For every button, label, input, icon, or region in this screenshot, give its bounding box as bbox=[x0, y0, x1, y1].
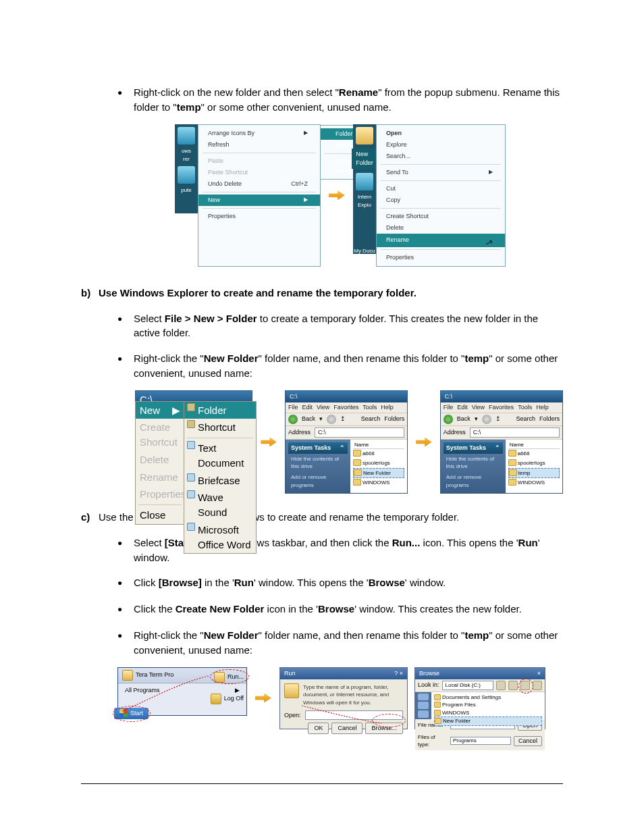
file-list[interactable]: Name a668 spoolerlogs temp WINDOWS bbox=[506, 440, 562, 493]
task-link[interactable]: Add or remove programs bbox=[444, 472, 503, 490]
place-icon[interactable] bbox=[418, 694, 429, 701]
task-link[interactable]: Add or remove programs bbox=[288, 472, 348, 490]
cancel-button[interactable]: Cancel bbox=[331, 723, 363, 734]
file-item[interactable]: a668 bbox=[353, 449, 404, 459]
collapse-icon[interactable]: ⌃ bbox=[340, 444, 345, 452]
tasks-panel[interactable]: System Tasks⌃ Hide the contents of this … bbox=[441, 440, 506, 493]
menu-item-arrange-icons[interactable]: Arrange Icons By▶ bbox=[198, 128, 320, 139]
file-item[interactable]: a668 bbox=[508, 449, 560, 459]
place-icon[interactable] bbox=[418, 710, 429, 718]
cancel-button[interactable]: Cancel bbox=[514, 736, 542, 746]
browse-dialog[interactable]: Browse× Look in: Local Disk (C:) Docu bbox=[414, 667, 545, 729]
start-menu-excerpt[interactable]: Tera Term Pro All Programs▶ Run... Log O… bbox=[117, 667, 247, 716]
browse-button[interactable]: Browse... bbox=[365, 723, 403, 734]
address-input[interactable]: C:\ bbox=[470, 427, 560, 438]
column-header[interactable]: Name bbox=[353, 441, 404, 450]
folders-button[interactable]: Folders bbox=[384, 415, 404, 423]
submenu-item-briefcase[interactable]: Briefcase bbox=[184, 472, 256, 490]
submenu-item-wave[interactable]: Wave Sound bbox=[184, 489, 256, 521]
explorer-file-menu[interactable]: C:\ File Edit View Favorites Tools Help … bbox=[135, 390, 252, 494]
file-item[interactable]: Program Files bbox=[434, 701, 542, 709]
submenu-item-word[interactable]: Microsoft Office Word bbox=[184, 521, 256, 554]
menu-item-cut[interactable]: Cut bbox=[377, 183, 505, 194]
desktop-context-menu[interactable]: Arrange Icons By▶ Refresh Paste Paste Sh… bbox=[198, 124, 321, 267]
file-item[interactable]: WINDOWS bbox=[353, 478, 404, 488]
tasks-panel[interactable]: System Tasks⌃ Hide the contents of this … bbox=[286, 440, 350, 493]
explorer-window-renamed[interactable]: C:\ FileEditView FavoritesToolsHelp Back… bbox=[440, 390, 563, 494]
toolbar[interactable]: Back▾ ↥ Search Folders bbox=[286, 413, 407, 426]
file-list[interactable]: Name a668 spoolerlogs New Folder WINDOWS bbox=[350, 440, 407, 493]
file-type-combobox[interactable]: Programs bbox=[450, 737, 511, 745]
menu-item-close[interactable]: Close bbox=[136, 506, 184, 524]
arrow-right-icon bbox=[261, 437, 277, 446]
menubar[interactable]: FileEditView FavoritesToolsHelp bbox=[286, 402, 407, 413]
back-icon[interactable] bbox=[496, 681, 506, 690]
toolbar[interactable]: Back▾ ↥ Search Folders bbox=[441, 413, 562, 426]
search-button[interactable]: Search bbox=[361, 415, 381, 423]
views-icon[interactable] bbox=[533, 681, 542, 690]
task-link[interactable]: Hide the contents of this drive bbox=[444, 454, 503, 472]
submenu-item-shortcut[interactable]: Shortcut bbox=[184, 419, 256, 436]
look-in-combobox[interactable]: Local Disk (C:) bbox=[442, 681, 493, 690]
place-icon[interactable] bbox=[418, 702, 429, 709]
address-bar[interactable]: Address C:\ bbox=[286, 426, 407, 440]
ok-button[interactable]: OK bbox=[308, 723, 329, 734]
run-item[interactable]: Run... bbox=[214, 672, 244, 683]
file-item-selected[interactable]: temp bbox=[508, 468, 560, 479]
new-submenu[interactable]: Folder Shortcut Text Document Briefcase … bbox=[184, 401, 257, 554]
address-bar[interactable]: Address C:\ bbox=[441, 426, 562, 440]
menu-item-properties[interactable]: Properties bbox=[198, 211, 320, 222]
new-folder-icon[interactable] bbox=[520, 681, 530, 690]
task-link[interactable]: Hide the contents of this drive bbox=[288, 454, 348, 472]
logoff-item[interactable]: Log Off bbox=[211, 694, 244, 704]
up-button[interactable]: ↥ bbox=[340, 415, 346, 423]
menu-item-search[interactable]: Search... bbox=[377, 151, 505, 162]
folder-context-menu[interactable]: Open Explore Search... Send To▶ Cut Copy… bbox=[376, 124, 506, 267]
file-item[interactable]: Documents and Settings bbox=[434, 694, 542, 702]
menu-item-undo-delete[interactable]: Undo DeleteCtrl+Z bbox=[198, 178, 320, 190]
forward-button[interactable] bbox=[482, 415, 491, 424]
file-item[interactable]: spoolerlogs bbox=[353, 459, 404, 468]
menu-item-explore[interactable]: Explore bbox=[377, 139, 505, 151]
submenu-item-text[interactable]: Text Document bbox=[184, 440, 256, 472]
column-header[interactable]: Name bbox=[508, 441, 560, 450]
file-item[interactable]: spoolerlogs bbox=[508, 459, 560, 468]
menu-item-open[interactable]: Open bbox=[377, 128, 505, 139]
address-input[interactable]: C:\ bbox=[315, 427, 404, 438]
search-button[interactable]: Search bbox=[516, 415, 535, 423]
up-button[interactable]: ↥ bbox=[495, 415, 501, 423]
file-item-selected[interactable]: New Folder bbox=[353, 468, 404, 479]
menu-item-rename[interactable]: Rename bbox=[377, 234, 505, 247]
submenu-item-folder[interactable]: Folder bbox=[184, 402, 256, 419]
run-dialog[interactable]: Run? × Type the name of a program, folde… bbox=[279, 667, 408, 729]
forward-button[interactable] bbox=[327, 415, 336, 424]
menu-item-send-to[interactable]: Send To▶ bbox=[377, 167, 505, 178]
menu-item-properties[interactable]: Properties bbox=[377, 252, 505, 263]
file-list[interactable]: Documents and Settings Program Files WIN… bbox=[431, 692, 545, 719]
menu-item-delete[interactable]: Delete bbox=[377, 222, 505, 234]
explorer-window-new-folder[interactable]: C:\ FileEditView FavoritesToolsHelp Back… bbox=[285, 390, 408, 494]
figure-run-browse: Tera Term Pro All Programs▶ Run... Log O… bbox=[117, 667, 563, 729]
back-button[interactable] bbox=[288, 415, 298, 424]
file-item-selected[interactable]: New Folder bbox=[434, 716, 542, 726]
menu-item-copy[interactable]: Copy bbox=[377, 194, 505, 206]
menu-item-new[interactable]: New▶ Folder Shortcut Microsoft Office Wo… bbox=[198, 194, 320, 206]
places-bar[interactable] bbox=[415, 692, 431, 719]
dialog-close[interactable]: ? × bbox=[394, 669, 403, 678]
back-button[interactable] bbox=[444, 415, 453, 424]
start-button[interactable]: Start bbox=[114, 708, 149, 719]
tasks-header: System Tasks bbox=[446, 444, 486, 452]
dialog-close[interactable]: × bbox=[537, 669, 541, 678]
menu-item-new[interactable]: New▶ bbox=[136, 402, 184, 419]
menu-item-refresh[interactable]: Refresh bbox=[198, 139, 320, 151]
open-combobox[interactable] bbox=[305, 710, 403, 720]
folders-button[interactable]: Folders bbox=[539, 415, 560, 423]
file-item[interactable]: WINDOWS bbox=[508, 478, 560, 488]
menu-item-create-shortcut[interactable]: Create Shortcut bbox=[377, 211, 505, 222]
up-icon[interactable] bbox=[508, 681, 518, 690]
file-item[interactable]: WINDOWS bbox=[434, 709, 542, 717]
pinned-app-label[interactable]: Tera Term Pro bbox=[136, 671, 173, 679]
collapse-icon[interactable]: ⌃ bbox=[495, 444, 500, 452]
menubar[interactable]: FileEditView FavoritesToolsHelp bbox=[441, 402, 562, 413]
file-dropdown[interactable]: New▶ Create Shortcut Delete Rename Prope… bbox=[135, 401, 185, 525]
